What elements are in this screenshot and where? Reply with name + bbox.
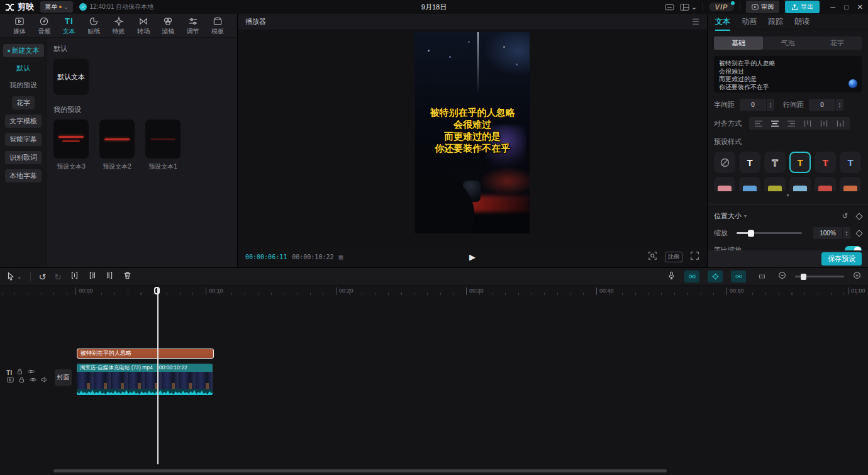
collapse-icon[interactable]: ▾ (744, 213, 747, 219)
style-yellow-selected[interactable]: T (789, 152, 811, 173)
style-blue[interactable]: T (840, 152, 861, 173)
tab-template[interactable]: 模板 (206, 15, 230, 37)
export-button[interactable]: 导出 (785, 1, 820, 13)
timeline-zoom-slider[interactable] (795, 276, 844, 277)
trim-right-button[interactable] (105, 271, 114, 282)
align-vertical-top-button[interactable] (800, 118, 815, 128)
zoom-out-button[interactable] (777, 271, 787, 282)
tab-sticker[interactable]: 贴纸 (82, 15, 106, 37)
inspector-tab-voiceover[interactable]: 朗读 (794, 14, 810, 30)
subtab-basic[interactable]: 基础 (714, 36, 763, 50)
save-preset-button[interactable]: 保存预设 (821, 252, 862, 265)
tab-transition[interactable]: 转场 (131, 15, 155, 37)
align-vertical-center-button[interactable] (816, 118, 832, 128)
text-content-input[interactable]: 被特别在乎的人忽略 会很难过 而更难过的是 你还要装作不在乎 (714, 56, 862, 92)
select-tool-button[interactable]: ⌄ (6, 272, 22, 281)
video-preview[interactable]: 被特别在乎的人忽略 会很难过 而更难过的是 你还要装作不在乎 (415, 32, 530, 233)
align-center-button[interactable] (767, 118, 782, 128)
tab-adjust[interactable]: 调节 (181, 15, 205, 37)
player-menu-icon[interactable]: ☰ (692, 17, 699, 26)
style-bubble-olive[interactable] (764, 177, 786, 191)
play-button[interactable]: ▶ (469, 252, 476, 262)
style-bubble-pink[interactable] (714, 177, 735, 191)
undo-button[interactable]: ↺ (39, 272, 47, 281)
letter-spacing-stepper[interactable]: 0 ▴▾ (740, 99, 774, 111)
auto-snap-button[interactable] (708, 271, 723, 282)
mute-track-button[interactable] (40, 375, 48, 386)
vip-badge[interactable]: VIP (709, 3, 735, 11)
tab-media[interactable]: 媒体 (8, 15, 31, 37)
align-right-button[interactable] (784, 118, 799, 128)
playhead-line[interactable] (157, 287, 159, 464)
sidebar-item-text-template[interactable]: 文字模板 (5, 115, 42, 128)
delete-button[interactable] (123, 271, 132, 282)
subtab-bubble[interactable]: 气泡 (763, 36, 812, 50)
preview-axis-button[interactable] (754, 271, 769, 282)
tab-audio[interactable]: 音频 (32, 15, 56, 37)
tab-text[interactable]: TI 文本 (57, 15, 81, 37)
style-bubble-blue[interactable] (739, 177, 760, 191)
style-white[interactable]: T (739, 152, 760, 173)
preset-card-1[interactable]: 预设文本1 (145, 120, 181, 171)
tab-effects[interactable]: 特效 (107, 15, 131, 37)
sidebar-item-lyrics-recognition[interactable]: 识别歌词 (5, 151, 42, 164)
tab-filter[interactable]: 滤镜 (156, 15, 180, 37)
linkage-button[interactable] (731, 271, 746, 282)
trim-left-button[interactable] (87, 271, 97, 282)
align-vertical-bottom-button[interactable] (833, 118, 848, 128)
line-spacing-stepper[interactable]: 0 ▴▾ (809, 99, 843, 111)
ratio-button[interactable]: 比例 (665, 252, 682, 262)
split-button[interactable] (70, 271, 79, 282)
ai-sphere-icon[interactable] (849, 79, 857, 88)
expand-styles-button[interactable]: ▾ (714, 193, 862, 198)
frame-grid-icon[interactable]: ▦ (338, 253, 343, 261)
scale-value-stepper[interactable]: 100% ▴▾ (813, 227, 850, 239)
main-track-magnet-button[interactable] (684, 271, 699, 282)
review-button[interactable]: 审阅 (746, 1, 779, 13)
style-none[interactable] (714, 152, 735, 173)
preset-card-2[interactable]: 预设文本2 (99, 120, 135, 171)
focus-button[interactable] (648, 251, 657, 263)
preset-card-3[interactable]: 预设文本3 (53, 120, 89, 171)
sidebar-item-smart-captions[interactable]: 智能字幕 (5, 133, 42, 146)
inspector-tab-text[interactable]: 文本 (715, 14, 730, 30)
redo-button[interactable]: ↻ (54, 272, 62, 281)
video-clip[interactable]: 淘宝店-自媒体充电站 (72).mp4 00:00:10:22 (77, 364, 213, 395)
sidebar-item-default[interactable]: 默认 (13, 62, 34, 74)
layout-switch-button[interactable]: ⌄ (680, 3, 696, 11)
hide-track-button[interactable] (29, 375, 37, 386)
shortcut-key-button[interactable] (665, 3, 674, 11)
text-clip[interactable]: 被特别在乎的人忽略 (77, 349, 214, 359)
fullscreen-button[interactable] (690, 251, 699, 263)
close-button[interactable]: ✕ (857, 3, 863, 11)
sidebar-item-local-subtitles[interactable]: 本地字幕 (5, 169, 42, 182)
sidebar-item-my-presets[interactable]: 我的预设 (6, 79, 41, 91)
scrollbar-thumb[interactable] (53, 469, 667, 472)
inspector-tab-animation[interactable]: 动画 (742, 14, 757, 30)
zoom-in-button[interactable] (852, 271, 862, 282)
default-text-card[interactable]: 默认文本 (53, 59, 89, 95)
style-red-shadow[interactable]: T (815, 152, 836, 173)
align-left-button[interactable] (751, 118, 766, 128)
scale-slider[interactable] (737, 232, 802, 234)
subtab-fancy[interactable]: 花字 (813, 36, 862, 50)
cover-button[interactable]: 封面 (55, 369, 72, 386)
style-bubble-lightblue[interactable] (789, 177, 811, 191)
style-bubble-orange[interactable] (840, 177, 861, 191)
inspector-tab-tracking[interactable]: 跟踪 (768, 14, 783, 30)
keyframe-icon[interactable] (855, 230, 862, 237)
lock-track-button[interactable] (18, 375, 26, 386)
menu-button[interactable]: 菜单 ⌄ (40, 1, 73, 13)
keyframe-icon[interactable] (855, 213, 862, 220)
stepper-arrows[interactable]: ▴▾ (835, 99, 843, 111)
sidebar-item-new-text[interactable]: 新建文本 (3, 44, 44, 57)
timeline-ruler[interactable]: 00:00 00:10 00:20 00:30 00:40 00:50 01:0… (0, 286, 868, 296)
sidebar-item-fancy-text[interactable]: 花字 (12, 96, 35, 109)
playhead-handle[interactable] (154, 287, 160, 294)
reset-button[interactable]: ↺ (842, 212, 848, 220)
maximize-button[interactable]: □ (844, 3, 849, 11)
record-voiceover-button[interactable] (667, 271, 676, 282)
stepper-arrows[interactable]: ▴▾ (766, 99, 774, 111)
minimize-button[interactable]: ─ (830, 3, 835, 11)
style-outline[interactable]: T (764, 152, 786, 173)
